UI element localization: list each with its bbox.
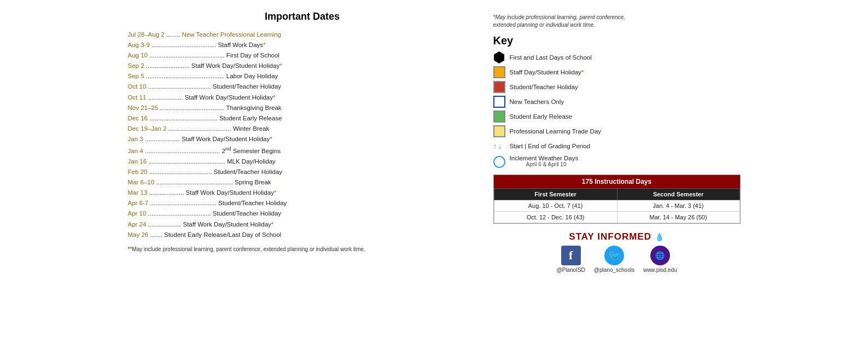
event-label: Student Early Release (219, 115, 282, 121)
date-label: Aug 3-9 (128, 42, 150, 48)
col-second-semester: Second Semester (617, 189, 739, 200)
dots: .................................... (149, 168, 214, 175)
date-label: Oct 11 (128, 94, 147, 101)
facebook-item[interactable]: f @PlanoISD (556, 246, 585, 273)
col-first-semester: First Semester (494, 189, 617, 200)
key-label-proflearning: Professional Learning Trade Day (510, 128, 602, 135)
list-item: Sep 2 ......................... Staff Wo… (128, 61, 477, 70)
key-swatch-green (493, 111, 505, 123)
key-label-earlyrelease: Student Early Release (510, 113, 572, 120)
date-label: Apr 10 (128, 210, 147, 217)
key-label-inclement: Inclement Weather Days (510, 155, 579, 161)
web-handle: www.pisd.edu (643, 267, 677, 273)
web-item[interactable]: 🌐 www.pisd.edu (643, 246, 677, 273)
key-swatch-yellowlight (493, 125, 505, 137)
event-label: Student/Teacher Holiday (218, 200, 287, 206)
list-item: Jan 4 ..................................… (128, 145, 477, 155)
event-label: First Day of School (226, 52, 279, 59)
dots: ......................... (146, 62, 191, 69)
list-item: Nov 21–25 ..............................… (128, 103, 477, 112)
date-label: Jan 4 (128, 148, 143, 154)
event-label: New Teacher Professional Learning (182, 31, 281, 38)
key-item-inclement: Inclement Weather Days April 6 & April 1… (493, 155, 741, 168)
key-title: Key (493, 34, 741, 47)
instructional-days-table: 175 Instructional Days First Semester Se… (493, 175, 741, 224)
event-label: Student Early Release/Last Day of School (164, 231, 281, 238)
row2-col2: Mar. 14 - May 26 (50) (617, 212, 739, 223)
date-label: Sep 5 (128, 73, 144, 79)
event-label: Staff Work Days* (218, 42, 265, 48)
event-label: Staff Work Day/Student Holiday* (185, 94, 276, 101)
list-item: Aug 3-9 ................................… (128, 40, 477, 49)
list-item: Dec 16 .................................… (128, 114, 477, 123)
key-item-newteachers: New Teachers Only (493, 96, 741, 108)
row1-col2: Jan. 4 - Mar. 3 (41) (617, 200, 739, 212)
date-label: Nov 21–25 (128, 104, 159, 111)
table-row: Aug. 10 - Oct. 7 (41) Jan. 4 - Mar. 3 (4… (494, 200, 739, 212)
event-label: Spring Break (235, 179, 271, 185)
date-label: Jul 28–Aug 2 (128, 31, 165, 38)
dots: .................... (145, 136, 182, 142)
list-item: May 26 ....... Student Early Release/Las… (128, 230, 477, 239)
event-label: Winter Break (233, 125, 269, 132)
event-label: Student/Teacher Holiday (213, 210, 281, 217)
list-item: Mar 13 .................... Staff Work D… (128, 188, 477, 197)
instruct-header: 175 Instructional Days (494, 175, 740, 188)
event-label: 2nd Semester Begins (222, 148, 281, 154)
dots: .................................... (168, 125, 233, 132)
facebook-icon: f (561, 246, 581, 265)
key-swatch-blueborder (493, 96, 505, 108)
key-label-newteachers: New Teachers Only (510, 98, 564, 105)
key-item-firstlast: First and Last Days of School (493, 51, 741, 63)
event-label: Labor Day Holiday (226, 73, 278, 79)
date-label: Apr 24 (128, 221, 147, 228)
dots: .................................... (148, 83, 213, 90)
right-section: *May include professional learning, pare… (493, 11, 741, 273)
key-label-studentteacher: Student/Teacher Holiday (510, 84, 578, 90)
dots: ........................................… (146, 73, 226, 79)
date-label: May 26 (128, 231, 149, 238)
left-section: Important Dates Jul 28–Aug 2 ........ Ne… (128, 11, 477, 273)
key-label-grading: Start | End of Grading Period (510, 143, 590, 149)
list-item: Jan 16 .................................… (128, 157, 477, 166)
dots: ................... (148, 221, 183, 228)
key-list: First and Last Days of School Staff Day/… (493, 51, 741, 168)
dots: .................................... (148, 210, 213, 217)
event-label: MLK Day/Holiday (227, 158, 276, 165)
key-item-earlyrelease: Student Early Release (493, 111, 741, 123)
arrow-down-icon: ↓ (498, 142, 502, 150)
twitter-item[interactable]: 🐦 @plano_schools (594, 246, 634, 273)
date-label: Sep 2 (128, 62, 144, 69)
dots: .................... (148, 94, 185, 101)
key-swatch-circle (493, 156, 505, 168)
date-label: Dec 19–Jan 2 (128, 125, 167, 132)
list-item: Aug 10 .................................… (128, 51, 477, 60)
facebook-handle: @PlanoISD (556, 267, 585, 273)
key-item-staffday: Staff Day/Student Holiday* (493, 66, 741, 78)
date-label: Apr 6-7 (128, 200, 149, 206)
list-item: Apr 24 ................... Staff Work Da… (128, 220, 477, 229)
event-label: Staff Work Day/Student Holiday* (186, 189, 277, 196)
stay-informed-text: STAY INFORMED (569, 231, 651, 242)
key-label-staffday: Staff Day/Student Holiday* (510, 69, 584, 75)
list-item: Feb 20 .................................… (128, 167, 477, 176)
date-label: Aug 10 (128, 52, 148, 59)
date-label: Oct 10 (128, 83, 147, 90)
key-item-grading: ↑ ↓ Start | End of Grading Period (493, 140, 741, 152)
list-item: Sep 5 ..................................… (128, 72, 477, 80)
key-swatch-arrows: ↑ ↓ (493, 140, 505, 152)
web-icon: 🌐 (650, 246, 670, 265)
date-label: Feb 20 (128, 168, 148, 175)
dots: ..................................... (160, 104, 226, 111)
water-drop-icon: 💧 (655, 233, 665, 241)
list-item: Apr 10 .................................… (128, 209, 477, 218)
twitter-handle: @plano_schools (594, 267, 634, 273)
event-label: Staff Work Day/Student Holiday* (183, 221, 274, 228)
event-label: Student/Teacher Holiday (213, 83, 281, 90)
event-label: Staff Work Day/Student Holiday* (191, 62, 282, 69)
dots: ........................................… (145, 148, 222, 154)
date-label: Mar 13 (128, 189, 148, 196)
dots: ........................................… (156, 179, 235, 185)
list-item: Apr 6-7 ................................… (128, 199, 477, 207)
list-item: Oct 11 .................... Staff Work D… (128, 93, 477, 102)
